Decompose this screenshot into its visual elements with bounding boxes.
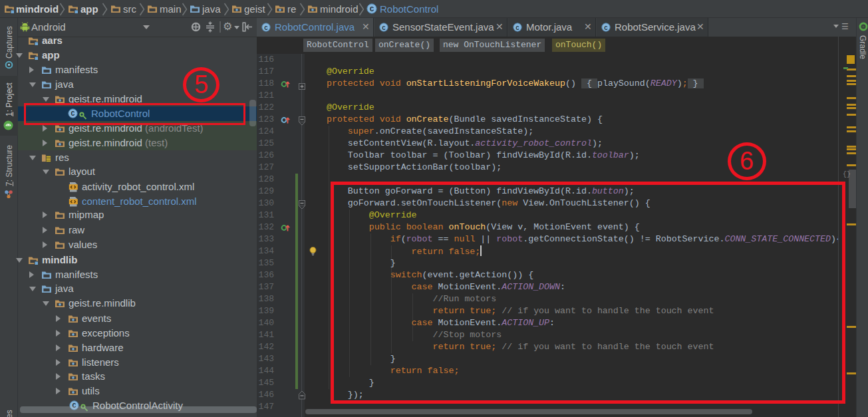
- svg-text:C: C: [370, 5, 374, 13]
- svg-text:C: C: [515, 25, 519, 32]
- svg-text:C: C: [604, 25, 608, 32]
- svg-text:C: C: [382, 25, 386, 32]
- svg-text:C: C: [264, 25, 268, 32]
